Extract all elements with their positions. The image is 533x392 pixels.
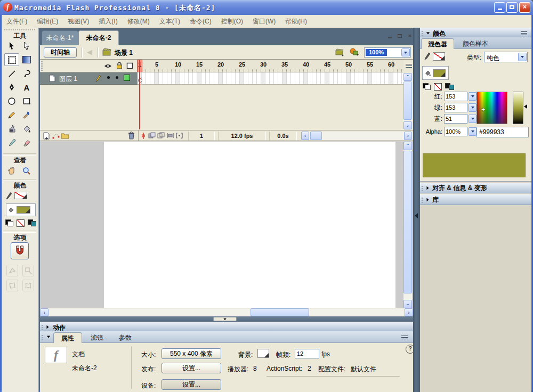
edit-symbols-icon[interactable]: [349, 47, 360, 56]
timeline-panel-menu-icon[interactable]: [406, 63, 412, 68]
device-settings-button[interactable]: 设置...: [161, 379, 221, 390]
tool-text[interactable]: A: [19, 81, 34, 94]
tool-eraser[interactable]: [19, 136, 34, 149]
background-color-swatch[interactable]: [257, 349, 269, 358]
no-color-button[interactable]: [17, 219, 25, 227]
no-color-button[interactable]: [434, 83, 442, 91]
show-hide-layers-icon[interactable]: [104, 63, 112, 69]
fill-color-swatch[interactable]: [433, 69, 446, 77]
layer-lock-dot[interactable]: [116, 76, 118, 79]
menu-window[interactable]: 窗口(W): [248, 17, 280, 26]
snap-to-objects-toggle[interactable]: [11, 242, 29, 259]
publish-settings-button[interactable]: 设置...: [161, 363, 221, 373]
timeline-vscrollbar[interactable]: ⌃ ⌄: [403, 73, 412, 129]
tool-rectangle[interactable]: [19, 95, 34, 108]
scroll-left-button[interactable]: ‹: [301, 132, 309, 140]
layer-row-1[interactable]: 图层 1: [40, 72, 138, 85]
menu-commands[interactable]: 命令(C): [185, 17, 216, 26]
panel-splitter[interactable]: [40, 316, 413, 322]
alpha-input[interactable]: [444, 127, 467, 136]
color-panel-header[interactable]: 颜色: [420, 28, 531, 37]
tool-paint-bucket[interactable]: [19, 123, 34, 135]
frame-grid-row[interactable]: [138, 72, 403, 85]
fill-color-swatch[interactable]: [17, 206, 30, 214]
green-input[interactable]: [444, 103, 467, 112]
onion-skin-button[interactable]: [148, 132, 157, 140]
menu-edit[interactable]: 编辑(E): [32, 17, 63, 26]
scroll-thumb[interactable]: [251, 308, 309, 316]
scroll-down-button[interactable]: ⌄: [403, 300, 412, 308]
align-info-transform-panel-header[interactable]: 对齐 & 信息 & 变形: [420, 183, 531, 193]
scroll-right-button[interactable]: ›: [404, 132, 412, 140]
insert-layer-folder-button[interactable]: [60, 132, 69, 140]
collapse-panel-tab[interactable]: [213, 317, 237, 321]
alpha-slider-button[interactable]: [469, 127, 477, 136]
doc-minimize-button[interactable]: [385, 32, 394, 40]
green-slider-button[interactable]: [469, 103, 477, 112]
red-slider-button[interactable]: [469, 92, 477, 101]
insert-layer-button[interactable]: [42, 132, 51, 140]
tab-parameters[interactable]: 参数: [112, 332, 139, 343]
scroll-thumb[interactable]: [403, 151, 412, 293]
tab-properties[interactable]: 属性: [53, 332, 82, 343]
color-spectrum-picker[interactable]: +: [477, 92, 507, 124]
properties-panel-menu-icon[interactable]: [401, 334, 408, 339]
stroke-color-swatch[interactable]: [433, 52, 445, 61]
panel-gripper[interactable]: [42, 334, 43, 340]
scroll-thumb[interactable]: [310, 132, 322, 140]
tool-lasso[interactable]: [19, 67, 34, 80]
menu-insert[interactable]: 插入(I): [94, 17, 122, 26]
tool-selection[interactable]: [4, 39, 19, 52]
delete-layer-button[interactable]: [127, 132, 136, 140]
stage-canvas[interactable]: [104, 142, 395, 308]
menu-control[interactable]: 控制(O): [216, 17, 248, 26]
edit-multiple-frames-button[interactable]: [166, 132, 175, 140]
scroll-down-button[interactable]: ⌄: [403, 121, 412, 129]
tool-free-transform[interactable]: [4, 53, 19, 66]
close-button[interactable]: ×: [519, 2, 530, 13]
tab-color-swatches[interactable]: 颜色样本: [456, 38, 495, 49]
red-input[interactable]: [444, 92, 467, 101]
document-tab-untitled-1[interactable]: 未命名-1*: [42, 30, 78, 45]
stroke-color-swatch[interactable]: [14, 192, 27, 199]
swap-colors-button[interactable]: [28, 219, 36, 226]
tool-oval[interactable]: [4, 95, 19, 108]
playhead[interactable]: [139, 60, 140, 129]
type-dropdown-button[interactable]: [518, 53, 527, 61]
onion-skin-outlines-button[interactable]: [157, 132, 166, 140]
menu-text[interactable]: 文本(T): [155, 17, 185, 26]
panel-gripper[interactable]: [422, 197, 423, 203]
timeline-hscrollbar[interactable]: ‹ ›: [301, 132, 412, 140]
color-panel-menu-icon[interactable]: [521, 30, 527, 35]
framerate-input[interactable]: [295, 349, 319, 358]
tool-line[interactable]: [4, 67, 19, 80]
zoom-combobox[interactable]: 100%: [364, 47, 411, 58]
right-panel-splitter[interactable]: [413, 28, 420, 392]
tool-gradient-transform[interactable]: [19, 53, 34, 66]
blue-slider-button[interactable]: [469, 115, 477, 123]
timeline-ruler[interactable]: 1 5 10 15 20 25 30 35 40 45 50 55 60: [138, 60, 403, 72]
stage-vscrollbar[interactable]: ⌃ ⌄: [403, 142, 412, 308]
default-colors-button[interactable]: [5, 219, 13, 226]
menu-view[interactable]: 视图(V): [63, 17, 94, 26]
tools-panel-gripper[interactable]: [4, 29, 36, 30]
tool-brush[interactable]: [19, 109, 34, 121]
panel-gripper[interactable]: [422, 30, 423, 36]
menu-modify[interactable]: 修改(M): [123, 17, 155, 26]
outline-layers-icon[interactable]: [126, 62, 133, 69]
scroll-left-button[interactable]: ‹: [40, 308, 49, 316]
tool-pen[interactable]: [4, 81, 19, 94]
lock-layers-icon[interactable]: [116, 62, 123, 70]
stage-hscrollbar[interactable]: ‹ ›: [40, 308, 413, 316]
tool-hand[interactable]: [4, 165, 19, 177]
menu-help[interactable]: 帮助(H): [280, 17, 312, 26]
timeline-toggle-button[interactable]: 时间轴: [44, 47, 77, 58]
layer-visibility-dot[interactable]: [107, 76, 110, 79]
tool-subselection[interactable]: [19, 39, 34, 52]
stage-pasteboard[interactable]: ⌃ ⌄: [40, 141, 413, 308]
maximize-button[interactable]: [506, 2, 518, 13]
scene-name-label[interactable]: 场景 1: [115, 48, 133, 58]
menu-file[interactable]: 文件(F): [2, 17, 32, 26]
actions-panel-header[interactable]: 动作: [40, 322, 413, 331]
default-colors-button[interactable]: [423, 83, 431, 90]
